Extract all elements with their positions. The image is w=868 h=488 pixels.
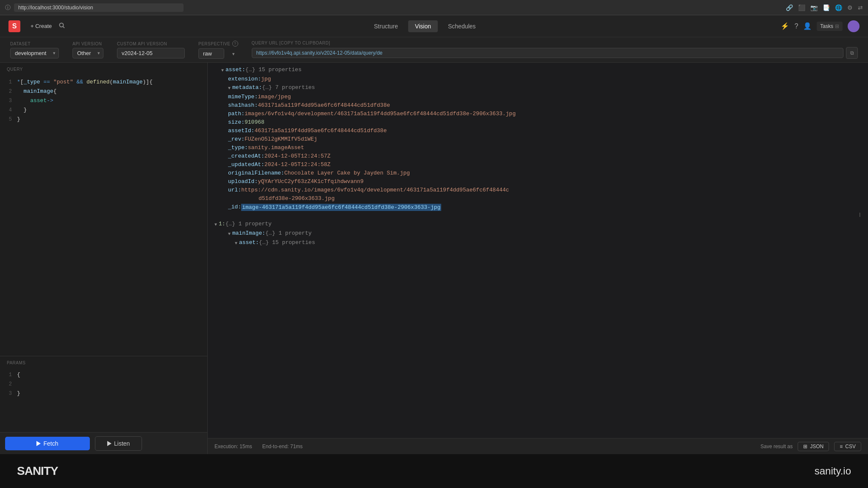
top-nav: S + Create Structure Vision Schedules ⚡ … — [0, 15, 868, 37]
copy-url-button[interactable]: ⧉ — [846, 47, 858, 59]
config-bar: DATASET development API VERSION Other CU… — [0, 37, 868, 63]
result-index-1: ▼ 1: {…} 1 property — [208, 220, 868, 230]
result-mimetype: mimeType: image/jpeg — [208, 93, 868, 102]
result-assetid: assetId: 463171a5a119f4dd95ae6fc6f48444c… — [208, 127, 868, 136]
fetch-label: Fetch — [43, 440, 58, 447]
page-footer: SANITY sanity.io — [0, 454, 868, 488]
perspective-select[interactable]: raw — [198, 48, 224, 59]
result-value-path: images/6vfo1v4q/development/463171a5a119… — [245, 111, 516, 117]
result-value-uploadid: yQYArYUcC2yf63zZ4K1cTfqihdwvann9 — [258, 178, 364, 185]
lightning-icon[interactable]: ⚡ — [781, 22, 789, 30]
result-index-1-summary: {…} 1 property — [225, 221, 272, 227]
perspective-label-row: PERSPECTIVE ? — [198, 41, 238, 47]
result-url-continued: d51dfd38e-2906x3633.jpg — [208, 195, 868, 203]
link-icon[interactable]: 🔗 — [786, 4, 793, 11]
json-icon: ⊞ — [803, 444, 807, 449]
app: S + Create Structure Vision Schedules ⚡ … — [0, 15, 868, 454]
create-button[interactable]: + Create — [27, 21, 55, 31]
result-url-cont: d51dfd38e-2906x3633.jpg — [259, 195, 334, 202]
result-metadata-summary: {…} 7 properties — [262, 84, 315, 91]
tab-schedules[interactable]: Schedules — [441, 20, 482, 32]
result-value-assetid: 463171a5a119f4dd95ae6fc6f48444cd51dfd38e — [254, 128, 387, 134]
footer-logo: SANITY — [17, 464, 58, 478]
query-url-input[interactable] — [252, 48, 843, 58]
result-key-path: path: — [228, 111, 245, 117]
result-key-index-1: 1: — [219, 221, 225, 227]
execution-time: Execution: 15ms — [214, 444, 252, 449]
status-bar: Execution: 15ms End-to-end: 71ms Save re… — [208, 438, 868, 454]
param-line-1: 1 { — [0, 370, 207, 380]
listen-play-icon — [107, 441, 111, 446]
query-url-label: QUERY URL [COPY TO CLIPBOARD] — [252, 41, 858, 45]
result-value-extension: jpg — [261, 76, 271, 82]
settings-icon[interactable]: ⚙ — [847, 4, 853, 11]
api-version-select-wrapper: Other — [72, 48, 103, 58]
line-content-2: mainImage{ — [17, 87, 57, 96]
expand-asset-icon[interactable]: ▼ — [221, 67, 224, 75]
csv-label: CSV — [845, 444, 856, 449]
listen-label: Listen — [114, 440, 130, 447]
results-area[interactable]: ▼ asset: {…} 15 properties extension: jp… — [208, 63, 868, 438]
result-asset-header: ▼ asset: {…} 15 properties — [208, 66, 868, 75]
tab-structure[interactable]: Structure — [367, 20, 405, 32]
avatar[interactable] — [848, 20, 860, 32]
tasks-button[interactable]: Tasks ⊞ — [817, 22, 843, 31]
tab-vision[interactable]: Vision — [408, 20, 438, 32]
help-icon[interactable]: ? — [794, 22, 798, 30]
params-editor[interactable]: 1 { 2 3 } — [0, 368, 207, 401]
result-value-updatedat: 2024-12-05T12:24:58Z — [264, 161, 331, 168]
result-path: path: images/6vfo1v4q/development/463171… — [208, 110, 868, 119]
result-key-type: _type: — [228, 144, 248, 151]
bookmark-icon[interactable]: 📑 — [823, 4, 830, 11]
expand-index-1-icon[interactable]: ▼ — [214, 221, 217, 229]
code-line-4: 4 } — [0, 105, 207, 115]
result-key-asset-nested: asset: — [239, 239, 259, 246]
query-editor[interactable]: 1 *[_type == "post" && defined(mainImage… — [0, 74, 207, 356]
params-section: PARAMS 1 { 2 3 } — [0, 356, 207, 432]
fetch-play-icon — [36, 441, 41, 446]
line-content-4: } — [17, 106, 27, 114]
result-value-id: image-463171a5a119f4dd95ae6fc6f48444cd51… — [241, 204, 441, 211]
sanity-logo: S — [8, 20, 20, 32]
line-content-5: } — [17, 115, 20, 124]
globe-icon[interactable]: 🌐 — [835, 4, 842, 11]
listen-button[interactable]: Listen — [95, 436, 142, 451]
camera-icon[interactable]: 📷 — [810, 4, 818, 11]
search-button[interactable] — [55, 20, 69, 32]
param-num-1: 1 — [3, 371, 12, 379]
save-json-button[interactable]: ⊞ JSON — [798, 442, 829, 451]
result-value-mimetype: image/jpeg — [258, 94, 291, 100]
perspective-help-icon[interactable]: ? — [232, 41, 238, 47]
dataset-select[interactable]: development — [10, 48, 59, 58]
result-value-originalfilename: Chocolate Layer Cake by Jayden Sim.jpg — [284, 170, 410, 176]
save-csv-button[interactable]: ≡ CSV — [834, 442, 861, 451]
expand-mainimage-icon[interactable]: ▼ — [228, 230, 231, 238]
result-sha1hash: sha1hash: 463171a5a119f4dd95ae6fc6f48444… — [208, 102, 868, 110]
cursor-indicator: | — [858, 212, 861, 217]
custom-api-input[interactable] — [117, 48, 185, 58]
result-createdat: _createdAt: 2024-12-05T12:24:57Z — [208, 152, 868, 161]
api-version-select[interactable]: Other — [72, 48, 103, 58]
param-content-3: } — [17, 389, 20, 398]
result-value-rev: FUZenO5l2gKMMIfV5d1WEj — [245, 136, 317, 142]
fetch-button[interactable]: Fetch — [5, 437, 90, 450]
svg-point-0 — [60, 23, 64, 27]
result-value-sha1hash: 463171a5a119f4dd95ae6fc6f48444cd51dfd38e — [258, 102, 390, 108]
query-url-group: QUERY URL [COPY TO CLIPBOARD] ⧉ — [252, 41, 858, 59]
expand-asset-nested-icon[interactable]: ▼ — [235, 239, 237, 248]
param-line-3: 3 } — [0, 389, 207, 398]
screenshot-icon[interactable]: ⬛ — [798, 4, 805, 11]
arrows-icon[interactable]: ⇄ — [858, 4, 863, 11]
expand-metadata-icon[interactable]: ▼ — [228, 84, 231, 93]
user-icon[interactable]: 👤 — [803, 22, 812, 30]
result-value-url: https://cdn.sanity.io/images/6vfo1v4q/de… — [241, 187, 509, 193]
sidebar-toggle-icon[interactable]: ⊞ — [835, 23, 839, 29]
result-key-originalfilename: originalFilename: — [228, 170, 284, 176]
params-label: PARAMS — [0, 356, 207, 368]
status-left: Execution: 15ms End-to-end: 71ms — [214, 444, 303, 449]
result-id: _id: image-463171a5a119f4dd95ae6fc6f4844… — [208, 203, 868, 212]
result-uploadid: uploadId: yQYArYUcC2yf63zZ4K1cTfqihdwvan… — [208, 178, 868, 186]
csv-icon: ≡ — [840, 444, 843, 449]
left-panel: QUERY 1 *[_type == "post" && defined(mai… — [0, 63, 208, 454]
browser-url[interactable]: http://localhost:3000/studio/vision — [14, 3, 184, 12]
